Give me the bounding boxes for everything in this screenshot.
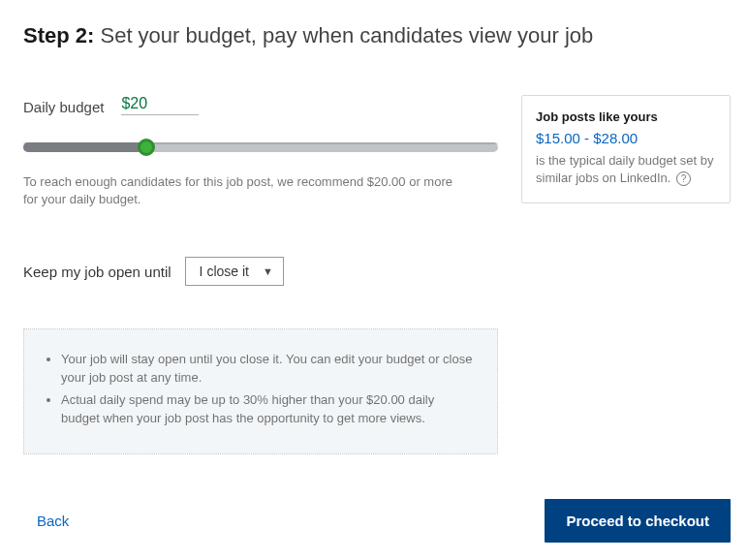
proceed-button[interactable]: Proceed to checkout <box>545 499 731 543</box>
budget-range: $15.00 - $28.00 <box>536 130 716 146</box>
page-heading: Step 2: Set your budget, pay when candid… <box>23 23 731 48</box>
keep-open-dropdown[interactable]: I close it ▼ <box>185 257 284 286</box>
card-title: Job posts like yours <box>536 109 716 124</box>
slider-thumb[interactable] <box>138 139 155 156</box>
budget-slider[interactable] <box>23 142 498 152</box>
back-button[interactable]: Back <box>23 513 69 529</box>
keep-open-label: Keep my job open until <box>23 264 171 280</box>
notes-item: Your job will stay open until you close … <box>61 351 476 388</box>
similar-jobs-card: Job posts like yours $15.00 - $28.00 is … <box>521 95 731 203</box>
notes-item: Actual daily spend may be up to 30% high… <box>61 391 476 428</box>
help-icon[interactable]: ? <box>676 171 691 186</box>
step-label: Step 2: <box>23 23 94 47</box>
budget-helper-text: To reach enough candidates for this job … <box>23 173 469 208</box>
daily-budget-input[interactable] <box>121 95 199 112</box>
card-description: is the typical daily budget set by simil… <box>536 152 716 187</box>
daily-budget-label: Daily budget <box>23 99 104 115</box>
notes-box: Your job will stay open until you close … <box>23 328 498 453</box>
chevron-down-icon: ▼ <box>263 265 273 277</box>
heading-title: Set your budget, pay when candidates vie… <box>100 23 593 47</box>
dropdown-selected: I close it <box>200 264 249 279</box>
slider-fill <box>23 142 146 152</box>
